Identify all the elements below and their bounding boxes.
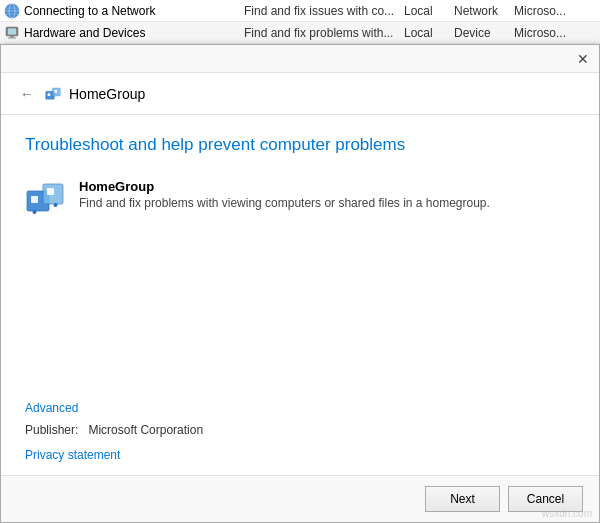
list-row[interactable]: Hardware and Devices Find and fix proble… [0, 22, 600, 44]
dialog-header-title: HomeGroup [69, 86, 145, 102]
svg-rect-21 [47, 188, 54, 195]
advanced-link[interactable]: Advanced [25, 401, 575, 415]
row-desc: Find and fix issues with co... [244, 4, 404, 18]
troubleshoot-heading: Troubleshoot and help prevent computer p… [25, 135, 575, 155]
dialog-buttons: Next Cancel [1, 475, 599, 522]
next-button[interactable]: Next [425, 486, 500, 512]
privacy-link[interactable]: Privacy statement [25, 448, 120, 462]
tool-desc: Find and fix problems with viewing compu… [79, 196, 490, 210]
row-name-text: Hardware and Devices [24, 26, 145, 40]
back-button[interactable]: ← [17, 84, 37, 104]
troubleshoot-dialog: ✕ ← HomeGroup Troubleshoot and help prev… [0, 44, 600, 523]
hardware-icon [4, 25, 20, 41]
row-local: Local [404, 26, 454, 40]
tool-item-text: HomeGroup Find and fix problems with vie… [79, 179, 490, 210]
svg-rect-16 [48, 93, 51, 96]
row-name: Hardware and Devices [4, 25, 244, 41]
row-pub: Microso... [514, 26, 594, 40]
svg-point-23 [54, 203, 58, 207]
publisher-label: Publisher: [25, 423, 78, 437]
row-type: Network [454, 4, 514, 18]
svg-rect-17 [54, 90, 57, 93]
tool-item: HomeGroup Find and fix problems with vie… [25, 179, 575, 219]
publisher-value: Microsoft Corporation [88, 423, 203, 437]
row-local: Local [404, 4, 454, 18]
svg-rect-7 [10, 36, 14, 38]
row-name: Connecting to a Network [4, 3, 244, 19]
svg-rect-20 [31, 196, 38, 203]
row-pub: Microso... [514, 4, 594, 18]
tool-icon [25, 179, 65, 219]
publisher-line: Publisher: Microsoft Corporation [1, 423, 599, 445]
dialog-content: Troubleshoot and help prevent computer p… [1, 115, 599, 401]
row-desc: Find and fix problems with... [244, 26, 404, 40]
homegroup-header-icon [45, 86, 61, 102]
network-icon [4, 3, 20, 19]
list-row[interactable]: Connecting to a Network Find and fix iss… [0, 0, 600, 22]
svg-rect-8 [8, 37, 16, 38]
dialog-titlebar: ✕ [1, 45, 599, 73]
watermark: wsxdn.com [542, 508, 592, 519]
dialog-footer-links: Advanced [1, 401, 599, 423]
svg-point-22 [33, 210, 37, 214]
tool-name: HomeGroup [79, 179, 490, 194]
svg-rect-6 [8, 28, 16, 34]
row-name-text: Connecting to a Network [24, 4, 155, 18]
row-type: Device [454, 26, 514, 40]
dialog-header: ← HomeGroup [1, 73, 599, 115]
close-button[interactable]: ✕ [573, 49, 593, 69]
